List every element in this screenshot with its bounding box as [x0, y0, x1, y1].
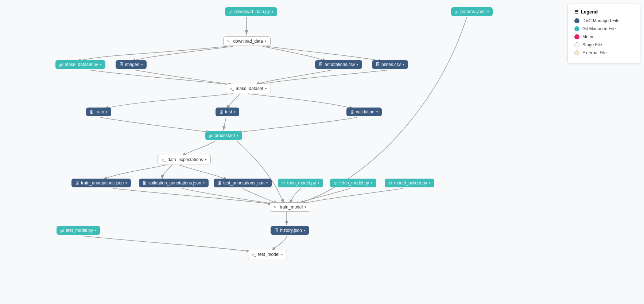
- filter-icon: ☰: [574, 9, 579, 15]
- node-label: history.json: [280, 228, 302, 233]
- node-label: test_annotations.json: [223, 180, 264, 186]
- node-prefix: >_: [230, 87, 234, 91]
- chevron-down-icon: ▾: [141, 63, 143, 66]
- node-label: annotations.csv: [325, 62, 355, 67]
- legend-panel: ☰ Legend DVC Managed File Git Managed Fi…: [567, 4, 640, 64]
- database-icon: 🗄: [274, 228, 278, 233]
- node-label: download_data.py: [234, 9, 270, 14]
- pipeline-canvas: git download_data.py ▾ git params.yaml ▾…: [0, 0, 644, 304]
- node-params-yaml[interactable]: git params.yaml ▾: [451, 7, 493, 16]
- node-label: images: [125, 62, 139, 67]
- legend-item-metric: Metric: [574, 34, 633, 39]
- node-label: data_expectations: [167, 157, 203, 162]
- node-test-annotations-json[interactable]: 🗄 test_annotations.json ▾: [214, 179, 272, 187]
- node-prefix: git: [60, 229, 64, 233]
- legend-label-git: Git Managed File: [582, 26, 616, 31]
- legend-label-stage: Stage File: [582, 42, 602, 47]
- chevron-down-icon: ▾: [318, 181, 319, 185]
- node-prefix: >_: [227, 39, 231, 43]
- legend-dot-metric: [574, 34, 579, 39]
- chevron-down-icon: ▾: [95, 229, 97, 232]
- chevron-down-icon: ▾: [304, 205, 306, 209]
- chevron-down-icon: ▾: [265, 87, 267, 90]
- node-train-model-stage[interactable]: >_ train_model ▾: [270, 202, 310, 212]
- node-history-json[interactable]: 🗄 history.json ▾: [271, 226, 309, 235]
- node-label: train: [96, 109, 104, 114]
- node-label: fetch_model.py: [340, 180, 369, 186]
- node-processed[interactable]: git processed ▾: [205, 131, 242, 140]
- node-label: processed: [215, 133, 235, 138]
- node-label: test_model.py: [66, 228, 93, 233]
- node-data-expectations[interactable]: >_ data_expectations ▾: [158, 155, 211, 164]
- node-plates-csv[interactable]: 🗄 plates.csv ▾: [372, 60, 408, 69]
- chevron-down-icon: ▾: [100, 63, 102, 66]
- node-label: model_builder.py: [394, 180, 427, 186]
- arrows-layer: [0, 0, 644, 304]
- node-train-annotations-json[interactable]: 🗄 train_annotations.json ▾: [71, 179, 131, 187]
- node-prefix: git: [388, 181, 392, 185]
- legend-item-dvc: DVC Managed File: [574, 18, 633, 23]
- legend-label-external: External File: [582, 50, 607, 55]
- node-label: train_model.py: [287, 180, 316, 186]
- chevron-down-icon: ▾: [272, 10, 273, 13]
- node-label: train_model: [280, 204, 303, 210]
- database-icon: 🗄: [119, 62, 123, 67]
- node-validation-annotations-json[interactable]: 🗄 validation_annotations.json ▾: [139, 179, 209, 187]
- chevron-down-icon: ▾: [357, 63, 358, 66]
- node-prefix: git: [455, 10, 459, 14]
- database-icon: 🗄: [319, 62, 323, 67]
- legend-label-metric: Metric: [582, 34, 594, 39]
- database-icon: 🗄: [217, 181, 221, 185]
- node-label: validation: [356, 109, 375, 114]
- node-label: make_dataset: [236, 86, 263, 91]
- node-make-dataset-stage[interactable]: >_ make_dataset ▾: [226, 84, 271, 93]
- node-model-builder-py[interactable]: git model_builder.py ▾: [385, 179, 434, 187]
- legend-dot-stage: [574, 42, 579, 47]
- node-prefix: git: [334, 181, 338, 185]
- node-test-model-py[interactable]: git test_model.py ▾: [57, 226, 100, 235]
- chevron-down-icon: ▾: [234, 110, 236, 114]
- legend-dot-external: [574, 50, 579, 55]
- svg-line-3: [223, 117, 226, 130]
- database-icon: 🗄: [376, 62, 380, 67]
- chevron-down-icon: ▾: [106, 110, 108, 114]
- database-icon: 🗄: [75, 181, 79, 185]
- chevron-down-icon: ▾: [203, 181, 205, 185]
- node-download-data-stage[interactable]: >_ download_data ▾: [223, 36, 271, 46]
- node-label: test: [225, 109, 232, 114]
- chevron-down-icon: ▾: [371, 181, 373, 185]
- legend-item-git: Git Managed File: [574, 26, 633, 31]
- legend-dot-git: [574, 26, 579, 31]
- chevron-down-icon: ▾: [266, 181, 268, 185]
- node-prefix: git: [59, 63, 63, 67]
- node-train[interactable]: 🗄 train ▾: [86, 108, 111, 116]
- legend-title: ☰ Legend: [574, 9, 633, 15]
- node-validation[interactable]: 🗄 validation ▾: [346, 108, 382, 116]
- node-fetch-model-py[interactable]: git fetch_model.py ▾: [330, 179, 376, 187]
- chevron-down-icon: ▾: [429, 181, 431, 185]
- database-icon: 🗄: [143, 181, 147, 185]
- node-annotations-csv[interactable]: 🗄 annotations.csv ▾: [315, 60, 362, 69]
- node-label: download_data: [233, 39, 263, 44]
- node-label: plates.csv: [381, 62, 401, 67]
- database-icon: 🗄: [90, 110, 94, 114]
- node-test[interactable]: 🗄 test ▾: [216, 108, 239, 116]
- node-label: validation_annotations.json: [148, 180, 201, 186]
- node-test-model-stage[interactable]: >_ test_model ▾: [248, 250, 287, 259]
- node-prefix: git: [229, 10, 233, 14]
- node-download-data-py[interactable]: git download_data.py ▾: [225, 7, 277, 16]
- node-label: params.yaml: [461, 9, 486, 14]
- node-label: train_annotations.json: [81, 180, 124, 186]
- legend-item-stage: Stage File: [574, 42, 633, 47]
- chevron-down-icon: ▾: [265, 39, 267, 43]
- database-icon: 🗄: [350, 110, 354, 114]
- node-prefix: >_: [252, 253, 256, 257]
- node-make-dataset-py[interactable]: git make_dataset.py ▾: [55, 60, 105, 69]
- node-prefix: >_: [274, 205, 278, 209]
- node-label: test_model: [258, 252, 279, 257]
- node-images[interactable]: 🗄 images ▾: [116, 60, 147, 69]
- svg-line-2: [226, 94, 240, 109]
- node-train-model-py[interactable]: git train_model.py ▾: [278, 179, 323, 187]
- node-prefix: >_: [162, 158, 166, 162]
- chevron-down-icon: ▾: [403, 63, 404, 66]
